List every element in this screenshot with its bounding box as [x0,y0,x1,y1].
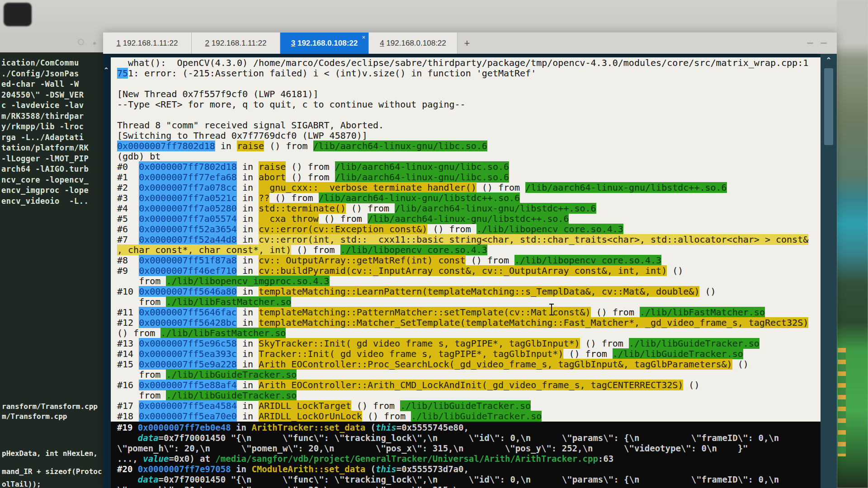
terminal-line: #10 0x0000007ff5646a80 in templateMatchi… [111,286,821,297]
terminal-line: #13 0x0000007ff5e96c58 in SkyTracker::In… [111,338,821,349]
terminal-content: what(): OpenCV(4.3.0) /home/marco/Codes/… [111,54,821,488]
terminal-line [111,110,821,120]
terminal-line: #16 0x0000007ff5e88af4 in Arith_EOContro… [111,380,821,390]
background-terminal-line: 204550\" -DSW_VER [1,90,103,101]
terminal-line: #17 0x0000007ff5ea4584 in ARIDLL_LockTar… [111,401,821,411]
photo-background: ication/ComCommu./Config/JsonPased-char … [0,0,868,488]
background-terminal-line: encv_imgproc -lope [1,185,103,196]
background-terminal-window: ication/ComCommu./Config/JsonPased-char … [0,52,103,488]
background-terminal-line: encv_videoio -L.. [1,196,103,207]
window-controls [807,33,837,54]
tab-label: 1 192.168.1.11:22 [117,39,178,48]
terminal-line: --Type <RET> for more, q to quit, c to c… [111,99,821,110]
gdb-backtrace-output: what(): OpenCV(4.3.0) /home/marco/Codes/… [111,57,821,422]
left-border-gutter: ^ [103,54,111,488]
terminal-window: 1 192.168.1.11:22 2 192.168.1.11:22 3 19… [103,32,837,488]
background-terminal-line: arch64 -lAIGO.turb [1,164,103,175]
background-terminal-line: ed-char -Wall -W [1,79,103,90]
background-terminal-line: m/RK3588/thirdpar [1,111,103,122]
tab-3-ssh-session-active[interactable]: 3 192.168.0.108:22 × [280,33,369,54]
scrollbar[interactable]: ^ [821,54,837,488]
terminal-frame: ^ what(): OpenCV(4.3.0) /home/marco/Code… [103,54,837,488]
background-terminal-line: pHexData, int nHexLen, [2,449,98,458]
new-tab-button[interactable]: + [458,33,476,54]
terminal-line: from ./lib/libFastMatcher.so [111,297,821,307]
tab-label: 2 192.168.1.11:22 [205,39,267,48]
dot-artifact-icon [93,42,96,45]
background-terminal-line: rga -L../Adaptati [1,132,103,143]
background-terminal-line: c -lavdevice -lav [1,100,103,111]
background-terminal-line: -lLogger -lMOT_PIP [1,154,103,164]
background-terminal-line: y/rkmpp/lib -lroc [1,122,103,132]
terminal-line: #7 0x0000007ff52a44d8 in cv::error(int, … [111,235,821,245]
background-terminal-line: ransform/Transform.cpp [2,402,98,411]
circle-artifact-icon [78,39,84,45]
terminal-line: #14 0x0000007ff5ea393c in Tracker::Init(… [111,349,821,359]
terminal-line: \"pomen_h\": 20,\n \"pomen_w\": 20,\n \"… [111,485,821,488]
window-control-icon[interactable] [821,42,827,44]
terminal-line: () from ./lib/libFastMatcher.so [111,328,821,338]
terminal-line: #4 0x0000007ff7a05280 in std::terminate(… [111,203,821,214]
background-terminal-line: tation/platform/RK [1,143,103,154]
tab-1-ssh-session[interactable]: 1 192.168.1.11:22 [103,33,192,54]
tab-2-ssh-session[interactable]: 2 192.168.1.11:22 [192,33,280,54]
terminal-line: #2 0x0000007ff7a078cc in __gnu_cxx::__ve… [111,183,821,193]
terminal-line: , char const*, char const*, int) () from… [111,245,821,255]
terminal-line: #12 0x0000007ff56428bc in templateMatchi… [111,318,821,328]
text-cursor [551,304,552,315]
terminal-line: #3 0x0000007ff7a0521c in ?? () from /lib… [111,193,821,203]
gdb-source-frames-output: #19 0x0000007ff7eb0e48 in ArithTracker::… [111,422,821,488]
background-terminal-line: ication/ComCommu [1,58,103,69]
terminal-line: #15 0x0000007ff5e9a228 in Arith_EOContro… [111,359,821,370]
window-control-icon[interactable] [807,42,813,44]
terminal-line: #20 0x0000007ff7e97058 in CModuleArith::… [111,464,821,474]
terminal-line: #1 0x0000007ff77efa68 in abort () from /… [111,172,821,183]
terminal-line: 0x0000007ff7802d18 in raise () from /lib… [111,141,821,151]
terminal-line: what(): OpenCV(4.3.0) /home/marco/Codes/… [111,58,821,68]
background-terminal-line: mand_IR + sizeof(Protoc [2,467,102,476]
terminal-line: #0 0x0000007ff7802d18 in raise () from /… [111,162,821,172]
terminal-line: Thread 8 "comm" received signal SIGABRT,… [111,120,821,131]
terminal-line: #19 0x0000007ff7eb0e48 in ArithTracker::… [111,422,821,433]
scrollbar-thumb[interactable] [824,68,833,145]
tab-close-icon[interactable]: × [362,34,365,40]
background-terminal-line: olTail)); [2,480,41,488]
scroll-up-indicator-icon: ^ [104,66,108,73]
tab-bar: 1 192.168.1.11:22 2 192.168.1.11:22 3 19… [103,32,837,54]
background-terminal-line: ./Config/JsonPas [1,69,103,80]
terminal-line: \"pomen_h\": 20,\n \"pomen_w\": 20,\n \"… [111,443,821,454]
dark-corner-object [4,3,32,26]
terminal-line: #8 0x0000007ff51f87a8 in cv::_OutputArra… [111,255,821,266]
tab-4-ssh-session[interactable]: 4 192.168.0.108:22 [369,33,458,54]
terminal-line: ..., value=0x0) at /media/sangfor/vdb/pr… [111,454,821,464]
terminal-line: data=0x7f70001450 "{\n \"func\": \"track… [111,433,821,443]
background-terminal-line: m/Transform.cpp [2,412,67,421]
terminal-line: from ./lib/libopencv_imgproc.so.4.3 [111,276,821,286]
terminal-line: #9 0x0000007ff46ef710 in cv::buildPyrami… [111,266,821,276]
background-terminal-line: ncv_core -lopencv_ [1,175,103,186]
terminal-line [111,79,821,89]
terminal-line: from ./lib/libGuideTracker.so [111,370,821,380]
scroll-up-arrow-icon[interactable]: ^ [821,56,837,64]
terminal-line: [Switching to Thread 0x7f7769dcf0 (LWP 4… [111,131,821,141]
terminal-line: 751: error: (-215:Assertion failed) i < … [111,68,821,79]
terminal-line: from ./lib/libGuideTracker.so [111,390,821,401]
terminal-line: data=0x7f70001450 "{\n \"func\": \"track… [111,474,821,485]
circuit-board-pins [838,348,846,456]
terminal-line: [New Thread 0x7f557f9cf0 (LWP 46181)] [111,89,821,99]
tab-label: 4 192.168.0.108:22 [380,39,446,48]
terminal-line: #5 0x0000007ff7a05574 in __cxa_throw () … [111,214,821,224]
terminal-line: #18 0x0000007ff5ea70e0 in ARIDLL_LockOrU… [111,411,821,422]
terminal-line: (gdb) bt [111,151,821,162]
terminal-line: #11 0x0000007ff5646fac in templateMatchi… [111,307,821,318]
background-terminal-output: ication/ComCommu./Config/JsonPased-char … [0,52,103,206]
terminal-line: #6 0x0000007ff52a3654 in cv::error(cv::E… [111,224,821,235]
tab-label: 3 192.168.0.108:22 [291,39,358,48]
